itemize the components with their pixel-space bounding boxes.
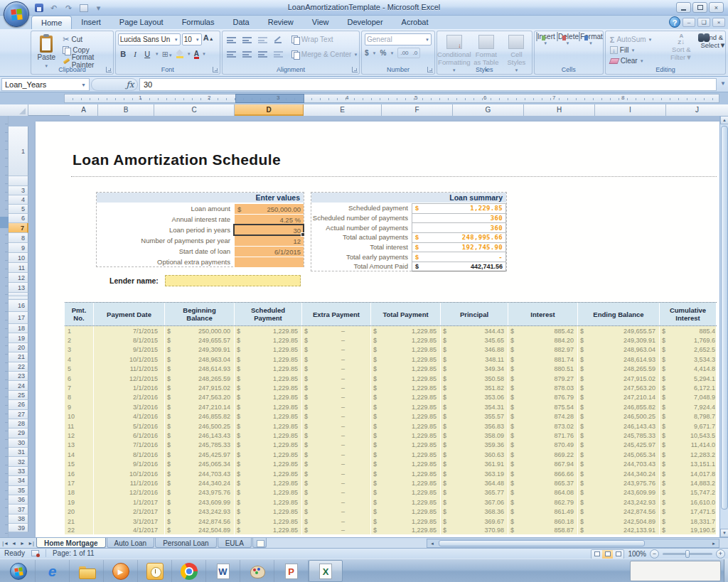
row-header-34[interactable]: 34 xyxy=(9,476,28,485)
cut-button[interactable]: ✂Cut xyxy=(61,34,112,45)
row-header-22[interactable]: 22 xyxy=(9,362,28,372)
name-box[interactable]: Loan_Years▼ xyxy=(1,78,90,91)
record-macro-icon[interactable] xyxy=(31,550,39,556)
formula-input[interactable]: 30 xyxy=(139,78,717,91)
indent-buttons[interactable] xyxy=(271,47,287,61)
align-bottom-button[interactable] xyxy=(255,33,271,47)
taskbar-media-player-button[interactable] xyxy=(104,560,138,582)
row-header-21[interactable]: 21 xyxy=(9,352,28,362)
align-top-button[interactable] xyxy=(224,33,240,47)
row-header-10[interactable]: 10 xyxy=(9,253,28,263)
paste-button[interactable]: Paste ▼ xyxy=(33,33,59,70)
borders-button[interactable]: ⊞▼ xyxy=(162,50,173,59)
decrease-decimal-button[interactable]: .0 xyxy=(411,48,420,58)
workbook-restore-button[interactable]: ❏ xyxy=(697,18,710,27)
show-desktop-button[interactable] xyxy=(724,559,728,582)
scroll-left-icon[interactable]: ◄ xyxy=(428,540,437,547)
autosum-button[interactable]: ΣAutoSum▼ xyxy=(609,34,664,45)
grow-font-button[interactable]: A▲ xyxy=(203,33,214,45)
row-header-28[interactable]: 28 xyxy=(9,419,28,429)
column-header-c[interactable]: C xyxy=(154,104,235,116)
align-right-button[interactable] xyxy=(255,47,271,61)
ribbon-tab-view[interactable]: View xyxy=(303,16,338,29)
align-center-button[interactable] xyxy=(240,47,255,61)
percent-style-button[interactable]: % xyxy=(380,49,387,57)
ribbon-tab-data[interactable]: Data xyxy=(223,16,258,29)
ribbon-tab-insert[interactable]: Insert xyxy=(72,16,110,29)
format-painter-button[interactable]: Format Painter xyxy=(61,55,112,66)
bold-button[interactable]: B xyxy=(119,50,128,58)
find-select-button[interactable]: Find & Select▼ xyxy=(697,33,728,61)
normal-view-button[interactable] xyxy=(592,550,602,559)
font-size-select[interactable]: 10▼ xyxy=(182,33,202,45)
row-header-25[interactable]: 25 xyxy=(9,391,28,400)
sheet-tab-auto-loan[interactable]: Auto Loan xyxy=(107,538,155,548)
clear-button[interactable]: Clear▼ xyxy=(609,55,664,66)
number-dialog-launcher-icon[interactable] xyxy=(427,67,433,72)
scroll-down-icon[interactable]: ▼ xyxy=(720,529,728,537)
italic-button[interactable]: I xyxy=(131,50,140,58)
row-header-3[interactable]: 3 xyxy=(9,186,28,195)
row-header-8[interactable]: 8 xyxy=(9,233,28,243)
select-all-corner[interactable] xyxy=(0,104,28,116)
row-header-12[interactable]: 12 xyxy=(9,273,28,283)
scroll-right-icon[interactable]: ► xyxy=(710,540,718,547)
font-name-select[interactable]: Lucida Sans Un▼ xyxy=(118,33,181,45)
row-header-5[interactable]: 5 xyxy=(9,205,28,214)
zoom-slider-handle[interactable] xyxy=(685,550,690,558)
column-header-j[interactable]: J xyxy=(666,104,728,116)
align-middle-button[interactable] xyxy=(240,33,255,47)
sheet-tab-eula[interactable]: EULA xyxy=(218,538,252,548)
ribbon-tab-page-layout[interactable]: Page Layout xyxy=(110,16,173,29)
insert-function-icon[interactable]: ƒx xyxy=(122,78,138,91)
row-header-20[interactable]: 20 xyxy=(9,343,28,352)
ribbon-tab-home[interactable]: Home xyxy=(31,16,72,29)
row-header-19[interactable]: 19 xyxy=(9,333,28,343)
name-box-dropdown-icon[interactable]: ▼ xyxy=(81,82,86,87)
system-tray[interactable] xyxy=(630,561,721,581)
office-button[interactable] xyxy=(4,1,29,27)
wrap-text-button[interactable]: Wrap Text xyxy=(290,34,364,45)
vertical-scroll-thumb[interactable] xyxy=(721,126,728,510)
alignment-dialog-launcher-icon[interactable] xyxy=(352,67,358,72)
vertical-scrollbar[interactable]: ▲ ▼ xyxy=(719,116,728,537)
input-cell-loan-amount[interactable]: $250,000.00 xyxy=(234,203,304,214)
font-dialog-launcher-icon[interactable] xyxy=(213,67,218,72)
row-header-33[interactable]: 33 xyxy=(9,467,28,476)
taskbar-powerpoint-button[interactable]: P xyxy=(274,560,309,582)
input-cell-loan-period-in-years[interactable]: 30 xyxy=(234,225,304,235)
column-header-d[interactable]: D xyxy=(235,104,304,116)
row-header-11[interactable]: 11 xyxy=(9,263,28,273)
row-header-32[interactable]: 32 xyxy=(9,457,28,466)
page-break-view-button[interactable] xyxy=(613,550,623,559)
number-format-select[interactable]: General▼ xyxy=(365,33,432,45)
close-button[interactable]: × xyxy=(709,2,724,13)
taskbar-word-button[interactable]: W xyxy=(206,560,240,582)
column-header-b[interactable]: B xyxy=(98,104,154,116)
insert-worksheet-tab[interactable] xyxy=(252,538,267,548)
lender-name-input[interactable] xyxy=(165,275,301,286)
row-header-38[interactable]: 38 xyxy=(9,514,28,524)
page-layout-view-button[interactable] xyxy=(602,550,613,559)
minimize-button[interactable] xyxy=(676,2,691,13)
clipboard-dialog-launcher-icon[interactable] xyxy=(106,67,112,72)
orientation-button[interactable] xyxy=(271,33,287,47)
font-color-button[interactable]: A xyxy=(194,50,199,59)
row-header-4[interactable]: 4 xyxy=(9,195,28,205)
fill-button[interactable]: ↓Fill▼ xyxy=(609,45,664,55)
scroll-up-icon[interactable]: ▲ xyxy=(720,116,728,124)
row-header-6[interactable]: 6 xyxy=(9,214,28,223)
input-cell-optional-extra-payments[interactable] xyxy=(234,257,304,267)
previous-sheet-icon[interactable]: ◄ xyxy=(10,541,18,546)
row-header-37[interactable]: 37 xyxy=(9,505,28,514)
help-icon[interactable]: ? xyxy=(669,16,680,28)
merge-center-button[interactable]: Merge & Center▼ xyxy=(290,49,364,60)
row-header-18[interactable]: 18 xyxy=(9,324,28,333)
row-header-7[interactable]: 7 xyxy=(9,223,28,233)
taskbar-outlook-button[interactable] xyxy=(138,560,172,582)
workbook-close-button[interactable]: × xyxy=(712,18,725,27)
row-header-27[interactable]: 27 xyxy=(9,410,28,419)
taskbar-internet-explorer-button[interactable]: e xyxy=(36,560,70,582)
row-header-9[interactable]: 9 xyxy=(9,243,28,253)
row-header-30[interactable]: 30 xyxy=(9,438,28,448)
